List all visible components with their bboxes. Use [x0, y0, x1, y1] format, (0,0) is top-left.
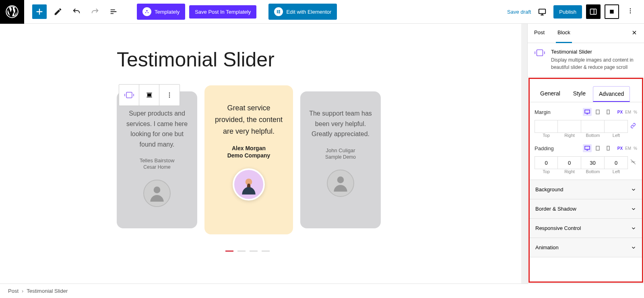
- testimonial-card[interactable]: Super products and services. I came here…: [117, 91, 197, 228]
- unlink-values-button[interactable]: [630, 159, 636, 166]
- svg-point-16: [337, 176, 344, 183]
- testimonial-card-active[interactable]: Great service provided, the content are …: [204, 85, 293, 234]
- margin-top-input[interactable]: [535, 120, 558, 133]
- redo-button[interactable]: [88, 4, 102, 19]
- svg-point-11: [630, 8, 631, 10]
- save-templately-button[interactable]: Save Post In Templately: [189, 5, 256, 19]
- mobile-icon: [607, 146, 610, 151]
- padding-bottom-input[interactable]: [581, 156, 605, 169]
- unit-px[interactable]: PX: [617, 146, 623, 151]
- templately-label: Templately: [155, 9, 180, 15]
- chevron-down-icon: [631, 226, 636, 231]
- breadcrumb: Post › Testimonial Slider: [0, 284, 644, 298]
- pager-dot[interactable]: [250, 250, 258, 252]
- tablet-icon: [596, 110, 600, 114]
- outline-button[interactable]: [106, 4, 121, 19]
- padding-label: Padding: [535, 145, 554, 151]
- tab-post[interactable]: Post: [528, 24, 551, 43]
- edit-button[interactable]: [51, 4, 65, 19]
- block-description: Display multiple images and content in b…: [551, 56, 638, 71]
- svg-rect-10: [610, 10, 613, 13]
- add-block-button[interactable]: [32, 4, 47, 19]
- listview-button[interactable]: [605, 4, 619, 19]
- block-header: Testimonial Slider Display multiple imag…: [528, 43, 644, 77]
- accordion-label: Background: [535, 186, 563, 192]
- tab-block[interactable]: Block: [551, 24, 577, 43]
- device-mobile[interactable]: [604, 144, 613, 152]
- label-bottom: Bottom: [581, 169, 605, 174]
- svg-point-19: [169, 93, 170, 94]
- redo-icon: [91, 7, 99, 16]
- margin-bottom-input[interactable]: [581, 120, 605, 133]
- more-options-button[interactable]: [623, 7, 638, 17]
- unit-px[interactable]: PX: [617, 110, 623, 114]
- unit-em[interactable]: EM: [625, 146, 631, 151]
- block-options-button[interactable]: [159, 85, 180, 106]
- publish-button[interactable]: Publish: [553, 5, 582, 19]
- close-sidebar-button[interactable]: [625, 24, 644, 43]
- unit-pct[interactable]: %: [634, 110, 637, 114]
- align-button[interactable]: [139, 85, 159, 106]
- svg-rect-28: [607, 146, 609, 150]
- padding-top-input[interactable]: [535, 156, 558, 169]
- block-type-button[interactable]: [119, 85, 139, 106]
- tab-advanced[interactable]: Advanced: [593, 86, 630, 102]
- testimonial-text: Great service provided, the content are …: [213, 102, 285, 137]
- device-desktop[interactable]: [583, 108, 592, 116]
- wordpress-icon: [6, 5, 19, 18]
- testimonial-company: Demo Company: [227, 152, 270, 159]
- sidebar-icon: [589, 8, 597, 16]
- testimonial-card[interactable]: The support team has been very helpful. …: [300, 91, 381, 228]
- link-values-button[interactable]: [630, 123, 636, 130]
- save-draft-link[interactable]: Save draft: [507, 9, 531, 15]
- svg-rect-27: [596, 146, 599, 150]
- editor-canvas[interactable]: Testimonial Slider Super products and se…: [0, 24, 527, 284]
- device-tablet[interactable]: [593, 108, 602, 116]
- tab-style[interactable]: Style: [568, 86, 591, 102]
- accordion-background[interactable]: Background: [530, 180, 642, 199]
- undo-button[interactable]: [69, 4, 84, 19]
- accordion-border-shadow[interactable]: Border & Shadow: [530, 199, 642, 219]
- chevron-right-icon: ›: [22, 288, 23, 294]
- padding-left-input[interactable]: [605, 156, 628, 169]
- desktop-icon: [584, 110, 590, 114]
- device-desktop[interactable]: [583, 144, 592, 152]
- svg-rect-25: [607, 110, 609, 114]
- accordion-animation[interactable]: Animation: [530, 238, 642, 257]
- testimonial-company: Cesar Home: [143, 164, 170, 170]
- pager-dot[interactable]: [237, 250, 246, 252]
- align-icon: [145, 91, 153, 99]
- margin-right-input[interactable]: [558, 120, 581, 133]
- publish-label: Publish: [559, 9, 576, 15]
- device-tablet[interactable]: [593, 144, 602, 152]
- desktop-icon: [584, 146, 590, 151]
- device-mobile[interactable]: [604, 108, 613, 116]
- highlighted-panel: General Style Advanced Margin PX: [528, 78, 643, 283]
- svg-point-1: [146, 10, 148, 12]
- breadcrumb-root[interactable]: Post: [8, 288, 19, 294]
- pager-dot[interactable]: [225, 250, 233, 252]
- margin-left-input[interactable]: [605, 120, 628, 133]
- accordion-label: Animation: [535, 244, 559, 250]
- settings-button[interactable]: [586, 4, 601, 19]
- templately-icon: [142, 7, 151, 16]
- tab-general[interactable]: General: [535, 86, 566, 102]
- breadcrumb-current[interactable]: Testimonial Slider: [27, 288, 68, 294]
- unit-em[interactable]: EM: [625, 110, 631, 114]
- padding-right-input[interactable]: [558, 156, 581, 169]
- chevron-down-icon: [631, 245, 636, 250]
- label-bottom: Bottom: [581, 133, 605, 138]
- unit-pct[interactable]: %: [634, 146, 637, 151]
- link-icon: [630, 123, 636, 128]
- wp-logo[interactable]: [0, 0, 24, 24]
- accordion-responsive[interactable]: Responsive Control: [530, 219, 642, 238]
- preview-button[interactable]: [535, 4, 549, 19]
- pager-dot[interactable]: [262, 250, 270, 252]
- label-left: Left: [605, 133, 628, 138]
- templately-button[interactable]: Templately: [137, 4, 185, 20]
- label-right: Right: [558, 133, 581, 138]
- page-title[interactable]: Testimonial Slider: [117, 48, 527, 71]
- elementor-button[interactable]: Edit with Elementor: [268, 4, 337, 20]
- pencil-icon: [54, 7, 62, 16]
- label-left: Left: [605, 169, 628, 174]
